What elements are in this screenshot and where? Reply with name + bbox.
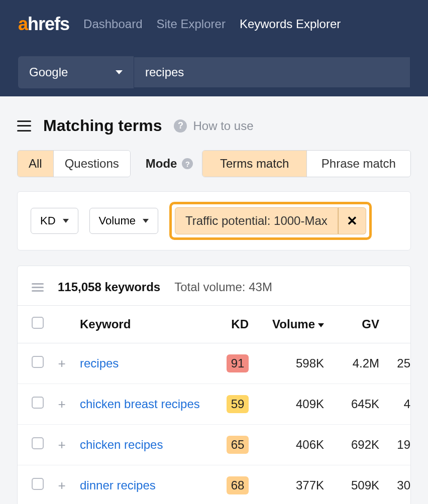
col-keyword[interactable]: Keyword	[74, 306, 209, 343]
select-all-checkbox[interactable]	[32, 317, 44, 329]
row-checkbox[interactable]	[32, 437, 44, 449]
gv-cell: 509K	[330, 465, 385, 505]
kd-badge: 91	[227, 354, 249, 372]
keyword-count: 115,058 keywords	[58, 280, 160, 294]
volume-cell: 409K	[255, 384, 330, 425]
table-row: +dinner recipes68377K509K30	[18, 465, 410, 505]
how-to-use-label: How to use	[193, 119, 253, 133]
keyword-search-input[interactable]	[134, 57, 410, 87]
table-row: +chicken recipes65406K692K19	[18, 425, 410, 465]
expand-icon[interactable]: +	[56, 397, 68, 412]
filter-kd-label: KD	[40, 214, 56, 227]
top-bar: ahrefs Dashboard Site Explorer Keywords …	[0, 0, 428, 96]
keyword-link[interactable]: dinner recipes	[80, 478, 156, 492]
extra-cell: 30	[385, 465, 410, 505]
nav-keywords-explorer[interactable]: Keywords Explorer	[240, 17, 341, 31]
row-checkbox[interactable]	[32, 397, 44, 409]
expand-icon[interactable]: +	[56, 356, 68, 371]
help-icon[interactable]: ?	[182, 158, 193, 169]
chevron-down-icon	[143, 219, 149, 223]
extra-cell: 19	[385, 425, 410, 465]
total-volume: Total volume: 43M	[174, 280, 272, 294]
chevron-down-icon	[116, 70, 123, 74]
filter-kd[interactable]: KD	[31, 208, 78, 234]
help-icon: ?	[174, 119, 187, 133]
filter-traffic-potential-remove[interactable]: ✕	[338, 207, 366, 234]
filters-card: KD Volume Traffic potential: 1000-Max ✕	[17, 191, 411, 250]
extra-cell: 4	[385, 384, 410, 425]
sort-desc-icon	[318, 323, 324, 327]
search-engine-select[interactable]: Google	[18, 56, 134, 88]
col-extra	[385, 306, 410, 343]
logo[interactable]: ahrefs	[18, 14, 69, 35]
filter-volume[interactable]: Volume	[89, 208, 158, 234]
gv-cell: 645K	[330, 384, 385, 425]
keyword-link[interactable]: chicken recipes	[80, 438, 163, 451]
menu-icon[interactable]	[17, 120, 31, 132]
col-gv[interactable]: GV	[330, 306, 385, 343]
table-row: +recipes91598K4.2M25	[18, 343, 410, 384]
type-tab-group: All Questions	[17, 150, 131, 177]
mode-text: Mode	[146, 157, 177, 171]
list-icon[interactable]	[32, 283, 44, 292]
filter-traffic-potential-label: Traffic potential: 1000-Max	[185, 214, 328, 228]
page-title: Matching terms	[43, 116, 162, 135]
expand-icon[interactable]: +	[56, 437, 68, 453]
row-checkbox[interactable]	[32, 478, 44, 490]
results-table: Keyword KD Volume GV +recipes91598K4.2M2…	[18, 305, 410, 504]
close-icon: ✕	[347, 213, 358, 229]
nav-dashboard[interactable]: Dashboard	[83, 17, 142, 31]
kd-badge: 59	[227, 395, 249, 413]
kd-badge: 65	[227, 436, 249, 454]
gv-cell: 692K	[330, 425, 385, 465]
expand-icon[interactable]: +	[56, 478, 68, 493]
mode-label: Mode ?	[146, 150, 193, 177]
search-row: Google	[0, 48, 428, 96]
col-checkbox	[18, 306, 50, 343]
col-volume[interactable]: Volume	[255, 306, 330, 343]
mode-tab-group: Terms match Phrase match	[202, 150, 411, 177]
volume-cell: 406K	[255, 425, 330, 465]
tabs-row: All Questions Mode ? Terms match Phrase …	[0, 150, 428, 177]
kd-badge: 68	[227, 476, 249, 494]
keyword-link[interactable]: chicken breast recipes	[80, 397, 200, 411]
row-checkbox[interactable]	[32, 356, 44, 368]
tab-all[interactable]: All	[18, 151, 54, 177]
tab-terms-match[interactable]: Terms match	[202, 151, 306, 177]
col-kd[interactable]: KD	[209, 306, 255, 343]
logo-rest: hrefs	[28, 14, 69, 35]
section-header: Matching terms ? How to use	[0, 96, 428, 150]
content-area: Matching terms ? How to use All Question…	[0, 96, 428, 504]
search-engine-label: Google	[29, 65, 68, 79]
volume-cell: 377K	[255, 465, 330, 505]
filter-volume-label: Volume	[99, 214, 136, 227]
table-row: +chicken breast recipes59409K645K4	[18, 384, 410, 425]
nav-site-explorer[interactable]: Site Explorer	[156, 17, 225, 31]
how-to-use[interactable]: ? How to use	[174, 119, 253, 133]
tab-questions[interactable]: Questions	[54, 151, 130, 177]
gv-cell: 4.2M	[330, 343, 385, 384]
filter-traffic-potential-highlight: Traffic potential: 1000-Max ✕	[169, 202, 372, 240]
chevron-down-icon	[63, 219, 69, 223]
volume-cell: 598K	[255, 343, 330, 384]
extra-cell: 25	[385, 343, 410, 384]
col-volume-label: Volume	[272, 317, 315, 331]
col-expand	[50, 306, 74, 343]
results-card: 115,058 keywords Total volume: 43M Keywo…	[17, 266, 411, 504]
filter-traffic-potential[interactable]: Traffic potential: 1000-Max	[175, 207, 338, 234]
logo-a: a	[18, 14, 28, 35]
keyword-link[interactable]: recipes	[80, 356, 119, 370]
table-header-row: Keyword KD Volume GV	[18, 306, 410, 343]
tab-phrase-match[interactable]: Phrase match	[307, 151, 410, 177]
results-meta: 115,058 keywords Total volume: 43M	[18, 266, 410, 305]
top-nav-row: ahrefs Dashboard Site Explorer Keywords …	[0, 0, 428, 48]
